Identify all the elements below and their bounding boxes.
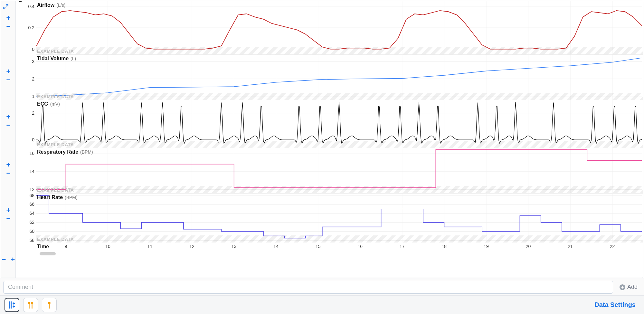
plot-svg-tidal	[36, 54, 642, 100]
watermark: EXAMPLE DATA	[37, 49, 74, 54]
bottom-toolbar: Data Settings	[0, 295, 644, 314]
track-title: ECG(mV)	[37, 101, 60, 107]
xtick: 10	[105, 244, 110, 249]
zoom-in-button[interactable]: +	[5, 207, 12, 214]
add-label: Add	[627, 284, 638, 290]
app-root: M + −+ −+ −+ −+ −− + 00.20.4123021214165…	[0, 0, 644, 314]
zoom-controls-ecg: + −	[1, 113, 16, 129]
comment-bar: + Add	[0, 279, 644, 295]
ytick: 2	[32, 110, 34, 116]
zoom-out-button[interactable]: −	[5, 76, 12, 83]
time-zoom-controls: − +	[1, 256, 16, 263]
svg-rect-87	[9, 301, 10, 309]
track-title: Tidal Volume(L)	[37, 56, 76, 62]
chart-viewer: M + −+ −+ −+ −+ −− + 00.20.4123021214165…	[1, 1, 643, 278]
ytick: 66	[29, 202, 34, 207]
watermark: EXAMPLE DATA	[37, 237, 74, 242]
comment-input[interactable]	[3, 281, 613, 294]
track-ecg[interactable]: ECG(mV)EXAMPLE DATA	[36, 100, 643, 148]
ytick: 62	[29, 220, 34, 225]
zoom-controls-airflow: + −	[1, 14, 16, 30]
xtick: 13	[232, 244, 237, 249]
plot-column[interactable]: Airflow(L/s)EXAMPLE DATATidal Volume(L)E…	[36, 1, 643, 278]
svg-rect-88	[11, 301, 12, 309]
xtick: 14	[273, 244, 279, 249]
watermark: EXAMPLE DATA	[37, 187, 74, 193]
xtick: 20	[526, 244, 531, 249]
track-resp[interactable]: Respiratory Rate(BPM)EXAMPLE DATA	[36, 148, 643, 193]
ytick: 68	[29, 193, 34, 198]
xtick: 22	[610, 244, 615, 249]
track-hr[interactable]: Heart Rate(BPM)EXAMPLE DATA	[36, 193, 643, 243]
ytick: 60	[29, 229, 34, 234]
data-settings-button[interactable]: Data Settings	[591, 299, 639, 311]
ytick: 0	[32, 47, 34, 52]
zoom-controls-hr: + −	[1, 207, 16, 222]
svg-rect-89	[28, 302, 30, 304]
zoom-in-button[interactable]: +	[5, 161, 12, 168]
x-axis: Time910111213141516171819202122	[36, 243, 643, 259]
xtick: 18	[442, 244, 447, 249]
track-title: Heart Rate(BPM)	[37, 195, 78, 200]
zoom-in-button[interactable]: +	[5, 68, 12, 75]
track-title: Respiratory Rate(BPM)	[37, 149, 93, 155]
svg-rect-90	[31, 302, 33, 304]
ytick: 3	[32, 59, 34, 64]
plus-circle-icon: +	[620, 284, 625, 290]
tool-group	[5, 298, 57, 312]
xtick: 16	[357, 244, 363, 249]
ytick: 2	[32, 76, 34, 81]
track-airflow[interactable]: Airflow(L/s)EXAMPLE DATA	[36, 1, 643, 54]
ytick: 12	[29, 187, 34, 192]
time-scroll-thumb[interactable]	[40, 252, 56, 255]
xtick: 17	[400, 244, 405, 249]
xtick: 11	[147, 244, 153, 249]
time-zoom-in-button[interactable]: +	[10, 256, 16, 263]
watermark: EXAMPLE DATA	[37, 94, 74, 99]
zoom-in-button[interactable]: +	[5, 14, 12, 22]
plot-svg-airflow	[36, 1, 642, 54]
ytick: 14	[29, 169, 34, 174]
zoom-in-button[interactable]: +	[5, 113, 12, 120]
zoom-out-button[interactable]: −	[5, 23, 12, 30]
xticks: 910111213141516171819202122	[36, 243, 643, 259]
ytick: 64	[29, 211, 34, 216]
ytick: 58	[29, 238, 34, 243]
sidebar-top-row: M	[1, 1, 15, 13]
zoom-out-button[interactable]: −	[5, 122, 12, 129]
xtick: 9	[64, 244, 67, 249]
zoom-out-button[interactable]: −	[5, 215, 12, 222]
xtick: 19	[484, 244, 489, 249]
collapse-icon[interactable]	[3, 3, 9, 11]
dual-marker-tool-icon[interactable]	[23, 298, 38, 312]
xtick: 15	[316, 244, 321, 249]
ytick: 0	[32, 137, 34, 142]
zoom-out-button[interactable]: −	[5, 170, 12, 177]
zoom-controls-resp: + −	[1, 161, 16, 177]
track-title: Airflow(L/s)	[37, 2, 65, 8]
watermark: EXAMPLE DATA	[37, 142, 74, 147]
tracks-container: 00.20.412302121416586062646668 Airflow(L…	[16, 1, 643, 278]
zoom-controls-tidal: + −	[1, 68, 16, 83]
autoscale-tool-icon[interactable]	[5, 298, 19, 312]
svg-rect-93	[48, 302, 51, 304]
plot-svg-resp	[36, 148, 642, 193]
ytick: 0.2	[28, 25, 34, 30]
ytick: 1	[32, 94, 34, 99]
plot-svg-ecg	[36, 100, 642, 148]
time-zoom-out-button[interactable]: −	[1, 256, 7, 263]
ytick: 0.4	[28, 4, 34, 9]
track-tidal[interactable]: Tidal Volume(L)EXAMPLE DATA	[36, 54, 643, 100]
left-sidebar: M + −+ −+ −+ −+ −− +	[1, 1, 16, 278]
plot-svg-hr	[36, 193, 642, 243]
xtick: 12	[189, 244, 194, 249]
ytick: 16	[29, 151, 34, 156]
xtick: 21	[568, 244, 573, 249]
y-axis-column: 00.20.412302121416586062646668	[16, 1, 36, 278]
single-marker-tool-icon[interactable]	[42, 298, 57, 312]
add-comment-button[interactable]: + Add	[616, 281, 641, 294]
